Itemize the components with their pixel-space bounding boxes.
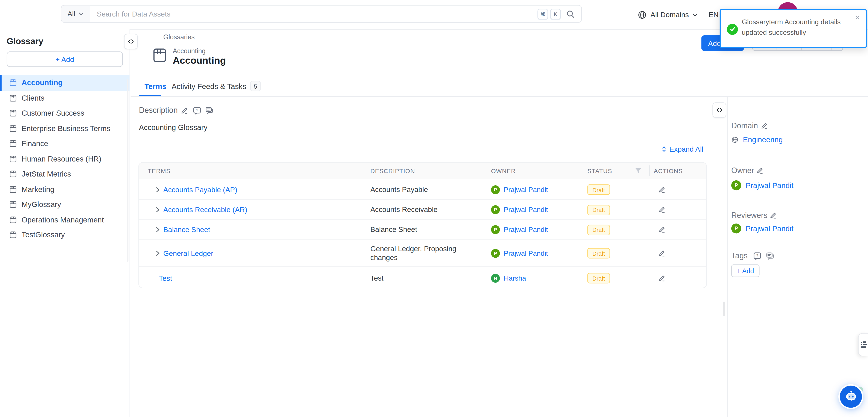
- right-edge-drawer-handle[interactable]: [858, 333, 868, 356]
- main-scrollbar-thumb[interactable]: [723, 301, 725, 316]
- glossary-book-icon: [9, 140, 17, 148]
- search-scope-dropdown[interactable]: All: [61, 6, 90, 22]
- sidebar-item-operations-management[interactable]: Operations Management: [0, 212, 130, 227]
- breadcrumb[interactable]: Glossaries: [163, 33, 195, 41]
- status-badge: Draft: [587, 273, 610, 283]
- sidebar-item-human-resources[interactable]: Human Resources (HR): [0, 151, 130, 166]
- domain-link[interactable]: Engineering: [743, 135, 783, 144]
- glossary-book-icon: [9, 94, 17, 102]
- description-conversation-button[interactable]: [206, 107, 213, 115]
- owner-heading: Owner: [731, 166, 754, 175]
- status-cell: Draft: [587, 224, 610, 235]
- term-description: Balance Sheet: [370, 225, 473, 234]
- term-link[interactable]: General Ledger: [163, 249, 213, 257]
- edit-term-button[interactable]: [658, 186, 665, 193]
- expand-row-icon[interactable]: [156, 227, 160, 232]
- glossary-list: Accounting Clients Customer Success Ente…: [0, 75, 130, 243]
- expand-row-icon[interactable]: [156, 207, 160, 213]
- col-terms: TERMS: [148, 163, 170, 179]
- owner-cell: P Prajwal Pandit: [491, 205, 548, 214]
- request-question-icon: ?: [193, 107, 201, 115]
- tab-activity-feeds[interactable]: Activity Feeds & Tasks: [172, 83, 246, 91]
- sidebar-item-finance[interactable]: Finance: [0, 136, 130, 151]
- owner-link[interactable]: Prajwal Pandit: [504, 206, 548, 214]
- owner-link[interactable]: Prajwal Pandit: [504, 249, 548, 257]
- term-link[interactable]: Test: [159, 274, 172, 282]
- collapse-right-panel-button[interactable]: [712, 102, 726, 118]
- drag-handle-icon: [861, 342, 868, 343]
- table-row: General Ledger General Ledger. Proposing…: [139, 239, 706, 267]
- chat-bot-icon: [844, 390, 857, 403]
- owner-link[interactable]: Prajwal Pandit: [504, 186, 548, 193]
- edit-pencil-icon: [658, 206, 665, 214]
- edit-description-button[interactable]: [181, 107, 188, 115]
- edit-term-button[interactable]: [658, 250, 665, 257]
- term-link[interactable]: Accounts Receivable (AR): [163, 205, 247, 214]
- avatar: P: [731, 181, 741, 190]
- sidebar-item-testglossary[interactable]: TestGlossary: [0, 227, 130, 243]
- sidebar-scrollbar[interactable]: [127, 79, 129, 262]
- avatar: P: [491, 225, 500, 234]
- expand-all-icon: [661, 146, 667, 153]
- sidebar-item-marketing[interactable]: Marketing: [0, 182, 130, 197]
- collapse-left-panel-button[interactable]: [124, 34, 138, 49]
- owner-link[interactable]: Harsha: [504, 274, 526, 282]
- page-title: Accounting: [173, 55, 226, 66]
- edit-owner-button[interactable]: [756, 167, 764, 174]
- expand-row-icon[interactable]: [156, 187, 160, 192]
- owner-link[interactable]: Prajwal Pandit: [504, 226, 548, 233]
- glossary-book-icon: [9, 79, 17, 87]
- edit-domain-button[interactable]: [761, 122, 768, 130]
- reviewer-link[interactable]: Prajwal Pandit: [746, 224, 794, 233]
- code-collapse-icon: [716, 107, 722, 113]
- svg-text:?: ?: [196, 108, 198, 113]
- request-description-button[interactable]: ?: [193, 107, 201, 115]
- close-icon[interactable]: ✕: [855, 14, 860, 22]
- search-scope-label: All: [68, 10, 75, 18]
- sidebar-item-myglossary[interactable]: MyGlossary: [0, 197, 130, 212]
- chat-bot-button[interactable]: [840, 386, 862, 408]
- tab-terms[interactable]: Terms: [145, 83, 166, 91]
- search-input[interactable]: [90, 10, 537, 18]
- domains-selector[interactable]: All Domains: [638, 0, 698, 29]
- owner-cell: H Harsha: [491, 274, 526, 282]
- status-filter-button[interactable]: [635, 163, 642, 179]
- global-search[interactable]: All ⌘ K: [61, 5, 582, 23]
- glossary-sidebar: Glossary + Add Accounting Clients Custom…: [0, 29, 130, 417]
- sidebar-item-clients[interactable]: Clients: [0, 91, 130, 106]
- edit-term-button[interactable]: [658, 206, 665, 214]
- edit-pencil-icon: [658, 250, 665, 257]
- request-tags-button[interactable]: ?: [753, 252, 761, 260]
- edit-term-button[interactable]: [658, 226, 665, 233]
- sidebar-item-jetstat-metrics[interactable]: JetStat Metrics: [0, 166, 130, 182]
- status-cell: Draft: [587, 272, 610, 283]
- tabs-divider: [131, 96, 868, 97]
- activity-count-badge: 5: [250, 81, 261, 91]
- expand-all-button[interactable]: Expand All: [661, 145, 703, 153]
- glossary-book-icon: [9, 231, 17, 239]
- edit-term-button[interactable]: [658, 275, 665, 282]
- expand-row-icon[interactable]: [156, 250, 160, 256]
- owner-cell: P Prajwal Pandit: [491, 185, 548, 194]
- edit-pencil-icon: [756, 167, 764, 174]
- owner-link[interactable]: Prajwal Pandit: [746, 181, 794, 190]
- glossary-book-icon: [9, 201, 17, 208]
- entity-name-secondary: Accounting: [173, 47, 206, 55]
- col-owner: OWNER: [491, 163, 516, 179]
- description-text: Accounting Glossary: [139, 123, 207, 132]
- avatar: H: [491, 274, 500, 282]
- add-glossary-button[interactable]: + Add: [7, 52, 123, 67]
- add-tag-button[interactable]: + Add: [731, 264, 760, 277]
- edit-reviewers-button[interactable]: [770, 212, 777, 219]
- right-panel-divider: [727, 96, 728, 417]
- table-row: Test Test H Harsha Draft: [139, 266, 706, 288]
- term-link[interactable]: Accounts Payable (AP): [163, 185, 238, 194]
- edit-pencil-icon: [658, 275, 665, 282]
- term-link[interactable]: Balance Sheet: [163, 225, 210, 234]
- sidebar-item-customer-success[interactable]: Customer Success: [0, 106, 130, 121]
- table-row: Accounts Receivable (AR) Accounts Receiv…: [139, 199, 706, 219]
- term-description: General Ledger. Proposing changes: [370, 244, 473, 262]
- sidebar-item-accounting[interactable]: Accounting: [0, 75, 130, 91]
- sidebar-item-enterprise-business-terms[interactable]: Enterprise Business Terms: [0, 121, 130, 136]
- tags-conversation-button[interactable]: [766, 252, 774, 260]
